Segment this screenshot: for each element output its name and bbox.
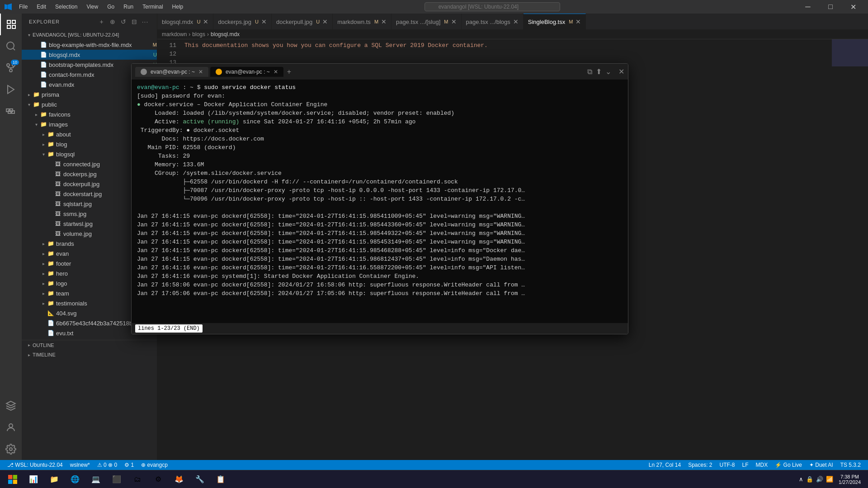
- close-panel-btn[interactable]: ✕: [618, 67, 624, 76]
- tab-page-tsx-blogs[interactable]: page.tsx .../blogs✕: [462, 14, 524, 29]
- activity-extensions[interactable]: [0, 100, 22, 122]
- menu-terminal[interactable]: Terminal: [139, 3, 166, 11]
- activity-search[interactable]: [0, 35, 22, 57]
- menu-go[interactable]: Go: [104, 3, 118, 11]
- file-icon: 📁: [47, 300, 54, 307]
- menu-edit[interactable]: Edit: [33, 3, 50, 11]
- status-spaces[interactable]: Spaces: 2: [684, 462, 716, 468]
- status-ts[interactable]: TS 5.3.2: [837, 462, 864, 468]
- tree-arrow: ▸: [40, 271, 47, 276]
- panel-options-btn[interactable]: ⌄: [605, 67, 611, 76]
- tree-item-0[interactable]: 📄 blog-example-with-mdx-file.mdx M: [22, 40, 157, 50]
- tab-close[interactable]: ✕: [513, 18, 519, 25]
- taskbar-app-firefox[interactable]: 🦊: [169, 470, 189, 488]
- tab-close[interactable]: ✕: [261, 18, 267, 25]
- status-wsl[interactable]: ⎇ WSL: Ubuntu-22.04: [4, 462, 66, 468]
- tab-dockerps-jpg[interactable]: dockerps.jpgU✕: [213, 14, 272, 29]
- taskbar-app-app7[interactable]: 🔧: [190, 470, 210, 488]
- outline-section[interactable]: ▸ OUTLINE: [22, 340, 157, 350]
- svg-point-16: [9, 448, 12, 450]
- tab-page-tsx-slug[interactable]: page.tsx .../[slug]M✕: [392, 14, 461, 29]
- panel-expand-btn[interactable]: ⬆: [596, 67, 602, 76]
- more-btn[interactable]: ···: [141, 17, 150, 26]
- file-icon: 📄: [40, 51, 47, 58]
- activity-git[interactable]: 10: [0, 57, 22, 79]
- term-line-18: Jan 27 16:41:15 evan-pc dockerd[62558]: …: [157, 238, 623, 246]
- status-branch[interactable]: wslnew*: [66, 462, 94, 468]
- title-search-input[interactable]: [425, 2, 560, 11]
- status-duetai[interactable]: ✦ Duet AI: [806, 462, 837, 468]
- status-encoding[interactable]: UTF-8: [716, 462, 739, 468]
- file-icon: 📁: [40, 111, 47, 118]
- collapse-btn[interactable]: ⊟: [130, 17, 139, 26]
- terminal-close-2[interactable]: ✕: [274, 69, 278, 75]
- svg-point-15: [9, 424, 13, 427]
- menu-view[interactable]: View: [83, 3, 102, 11]
- split-terminal-btn[interactable]: ⧉: [587, 68, 592, 76]
- tree-label: blogsql.mdx: [49, 52, 151, 58]
- file-icon: 🖼: [54, 190, 61, 197]
- tab-markdown-ts[interactable]: markdown.tsM✕: [333, 14, 392, 29]
- tab-blogsql-mdx[interactable]: blogsql.mdxU✕: [157, 14, 213, 29]
- activity-settings[interactable]: [0, 438, 22, 460]
- activity-remote[interactable]: [0, 395, 22, 417]
- activity-explorer[interactable]: [0, 14, 22, 35]
- menu-help[interactable]: Help: [169, 3, 187, 11]
- activity-accounts[interactable]: [0, 417, 22, 438]
- terminal-tab-1[interactable]: evan@evan-pc : ~ ✕: [157, 67, 208, 77]
- taskbar-app-explorer[interactable]: 📁: [44, 470, 64, 488]
- taskbar-app-app8[interactable]: 📋: [211, 470, 231, 488]
- activity-debug[interactable]: [0, 79, 22, 100]
- terminal-content[interactable]: evan@evan-pc : ~ $ sudo service docker s…: [157, 80, 628, 323]
- workspace-root[interactable]: ▾ EVANDANGOL [WSL: UBUNTU-22.04]: [22, 30, 157, 40]
- status-eol[interactable]: LF: [739, 462, 752, 468]
- term-line-24: Jan 27 17:05:06 evan-pc dockerd[62558]: …: [157, 289, 623, 298]
- tab-close[interactable]: ✕: [451, 18, 457, 25]
- taskbar-app-taskmanager[interactable]: 📊: [24, 470, 43, 488]
- maximize-button[interactable]: □: [820, 0, 841, 14]
- file-icon: 📁: [47, 270, 54, 277]
- status-lang[interactable]: MDX: [752, 462, 772, 468]
- status-sync[interactable]: ⚙ 1: [121, 462, 137, 468]
- tab-singleblog-tsx[interactable]: SingleBlog.tsxM✕: [524, 14, 586, 29]
- menu-run[interactable]: Run: [120, 3, 137, 11]
- terminal-tab-2[interactable]: evan@evan-pc : ~ ✕: [210, 67, 283, 77]
- tree-item-1[interactable]: 📄 blogsql.mdx U: [22, 50, 157, 60]
- taskbar-app-vscode[interactable]: 💻: [86, 470, 106, 488]
- tree-arrow: ▸: [40, 251, 47, 256]
- file-icon: 📁: [47, 240, 54, 247]
- new-folder-btn[interactable]: ⊕: [108, 17, 117, 26]
- refresh-btn[interactable]: ↺: [119, 17, 128, 26]
- tab-dockerpull-jpg[interactable]: dockerpull.jpgU✕: [272, 14, 333, 29]
- timeline-section[interactable]: ▸ TIMELINE: [22, 350, 157, 360]
- new-terminal-btn[interactable]: +: [287, 68, 291, 76]
- status-cloud[interactable]: ⊕ evangcp: [137, 462, 171, 468]
- tab-close[interactable]: ✕: [576, 18, 581, 25]
- term-line-21: Jan 27 16:41:16 evan-pc dockerd[62558]: …: [157, 263, 623, 272]
- file-icon: 📁: [47, 290, 54, 297]
- minimize-button[interactable]: ─: [797, 0, 818, 14]
- terminal-close-1[interactable]: ✕: [198, 69, 203, 75]
- term-line-4: Active: active (running) since Sat 2024-…: [157, 117, 623, 126]
- taskbar-app-filemgr[interactable]: 🗂: [127, 470, 147, 488]
- taskbar-clock[interactable]: 7:38 PM 1/27/2024: [835, 474, 864, 485]
- status-cursor[interactable]: Ln 27, Col 14: [645, 462, 684, 468]
- term-line-3: Loaded: loaded (/lib/systemd/system/dock…: [157, 109, 623, 117]
- tab-close[interactable]: ✕: [322, 18, 328, 25]
- status-golive[interactable]: ⚡ Go Live: [771, 462, 806, 468]
- new-file-btn[interactable]: +: [97, 17, 106, 26]
- tab-close[interactable]: ✕: [203, 18, 208, 25]
- menu-file[interactable]: File: [15, 3, 31, 11]
- menu-selection[interactable]: Selection: [52, 3, 81, 11]
- taskbar-time-text: 7:38 PM: [840, 474, 859, 479]
- file-icon: 📁: [47, 150, 54, 158]
- taskbar-app-edge[interactable]: 🌐: [65, 470, 85, 488]
- tab-close[interactable]: ✕: [381, 18, 387, 25]
- taskbar-app-terminal[interactable]: ⬛: [107, 470, 127, 488]
- file-icon: 📐: [47, 310, 54, 317]
- status-errors[interactable]: ⚠ 0 ⊗ 0: [94, 462, 121, 468]
- menu-bar: FileEditSelectionViewGoRunTerminalHelp: [15, 3, 187, 11]
- close-button[interactable]: ✕: [843, 0, 863, 14]
- start-button[interactable]: [4, 470, 22, 488]
- taskbar-app-settings[interactable]: ⚙: [148, 470, 168, 488]
